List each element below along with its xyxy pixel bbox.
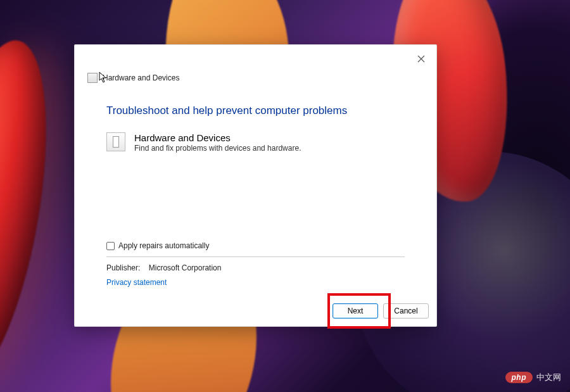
cancel-button[interactable]: Cancel xyxy=(383,303,429,319)
troubleshooter-icon xyxy=(87,73,98,83)
divider xyxy=(106,256,405,257)
troubleshooter-dialog: Hardware and Devices Troubleshoot and he… xyxy=(74,44,437,327)
troubleshooter-item: Hardware and Devices Find and fix proble… xyxy=(106,132,405,153)
apply-repairs-row: Apply repairs automatically xyxy=(106,241,405,256)
watermark-text: 中文网 xyxy=(536,372,561,383)
dialog-heading: Troubleshoot and help prevent computer p… xyxy=(106,104,405,117)
privacy-statement-link[interactable]: Privacy statement xyxy=(106,278,167,287)
dialog-lower: Apply repairs automatically Publisher: M… xyxy=(75,241,436,296)
watermark-badge: php xyxy=(505,372,533,383)
hardware-devices-icon xyxy=(106,132,125,151)
item-description: Find and fix problems with devices and h… xyxy=(134,144,301,153)
publisher-label: Publisher: xyxy=(106,263,140,272)
item-title: Hardware and Devices xyxy=(134,132,301,143)
dialog-footer: Next Cancel xyxy=(75,296,436,326)
apply-repairs-label: Apply repairs automatically xyxy=(118,241,209,250)
dialog-title: Hardware and Devices xyxy=(103,73,179,82)
publisher-row: Publisher: Microsoft Corporation xyxy=(106,263,405,272)
apply-repairs-checkbox[interactable] xyxy=(106,242,115,250)
watermark: php 中文网 xyxy=(505,372,562,383)
close-button[interactable] xyxy=(415,53,428,65)
dialog-content: Troubleshoot and help prevent computer p… xyxy=(75,85,436,241)
publisher-value: Microsoft Corporation xyxy=(149,263,222,272)
close-icon xyxy=(417,55,425,63)
dialog-titlebar: Hardware and Devices xyxy=(75,45,436,85)
next-button[interactable]: Next xyxy=(332,303,378,319)
background-shape xyxy=(0,32,68,392)
